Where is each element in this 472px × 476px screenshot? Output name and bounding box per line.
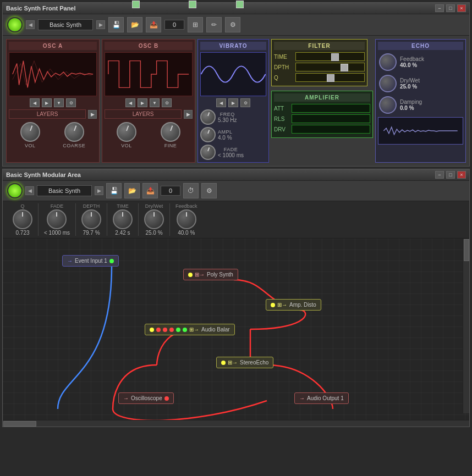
pencil-button[interactable]: ✏ — [206, 17, 222, 32]
modular-clock-button[interactable]: ⏱ — [183, 183, 199, 198]
node-oscilloscope-arrow: → — [123, 395, 129, 401]
vibrato-prev-btn[interactable]: ◀ — [216, 98, 226, 107]
export-button[interactable]: 📤 — [146, 17, 161, 32]
node-audio-balar-green-dot — [176, 328, 180, 332]
modular-canvas[interactable]: → Event Input 1 ⊞→ Poly Synth ⊞→ Amp. Di… — [3, 239, 469, 420]
modular-prev-preset-button[interactable]: ◀ — [25, 186, 34, 195]
node-audio-balar-red-dot — [156, 328, 161, 332]
mod-param-drywet-value: 25.0 % — [145, 230, 162, 236]
vibrato-settings-btn[interactable]: ⚙ — [240, 98, 250, 107]
node-stereoecho[interactable]: ⊞→ StereoEcho — [216, 357, 273, 368]
vibrato-next-btn[interactable]: ▶ — [228, 98, 238, 107]
power-button[interactable] — [7, 17, 23, 32]
osc-b-fine-knob[interactable] — [161, 122, 180, 142]
osc-b-vol-knob-container: VOL — [117, 122, 136, 148]
osc-a-down-btn[interactable]: ▼ — [54, 98, 64, 107]
osc-a-vol-knob[interactable] — [20, 122, 40, 142]
osc-b-down-btn[interactable]: ▼ — [150, 98, 160, 107]
preset-name-display[interactable]: Basic Synth — [38, 19, 93, 30]
filter-dpth-slider[interactable] — [295, 63, 365, 71]
vibrato-fade-knob[interactable] — [200, 145, 216, 160]
node-audio-balar-red2-dot — [163, 328, 167, 332]
filter-time-slider[interactable] — [295, 52, 365, 61]
vibrato-ampl-knob[interactable] — [200, 127, 216, 142]
counter-display[interactable]: 0 — [164, 20, 184, 30]
mod-param-feedback-knob[interactable] — [177, 209, 196, 229]
modular-load-button[interactable]: 📂 — [124, 183, 140, 198]
vibrato-fade-value: < 1000 ms — [218, 152, 244, 158]
load-button[interactable]: 📂 — [127, 17, 142, 32]
modular-save-button[interactable]: 💾 — [106, 183, 122, 198]
amp-drv-slider[interactable] — [292, 125, 370, 134]
mod-param-depth-knob[interactable] — [81, 209, 101, 229]
modular-scrollbar-v[interactable] — [463, 239, 469, 413]
maximize-button[interactable]: □ — [446, 4, 455, 12]
osc-a-wave-svg — [9, 53, 96, 96]
osc-b-play-btn[interactable]: ▶ — [138, 98, 147, 107]
sections-row: OSC A ◀ ▶ ▼ ⚙ LAYERS ▶ VOL — [3, 36, 469, 166]
modular-preset-name[interactable]: Basic Synth — [37, 185, 92, 196]
osc-a-settings-btn[interactable]: ⚙ — [66, 98, 76, 107]
modular-minimize-button[interactable]: − — [435, 171, 444, 179]
osc-b-fine-label: FINE — [164, 143, 177, 148]
modular-counter-display[interactable]: 0 — [161, 186, 180, 196]
echo-feedback-knob[interactable] — [379, 53, 397, 71]
mod-param-drywet-knob[interactable] — [144, 209, 164, 229]
amp-rls-slider[interactable] — [292, 114, 370, 123]
echo-feedback-row: Feedback 40.0 % — [378, 52, 463, 72]
save-button[interactable]: 💾 — [108, 17, 124, 32]
echo-drywet-knob[interactable] — [379, 75, 397, 92]
modular-settings-button[interactable]: ⚙ — [201, 183, 217, 198]
modular-power-button[interactable] — [7, 183, 23, 198]
mod-param-drywet-name: Dry/Wet — [145, 203, 163, 209]
vibrato-section: VIBRATO ◀ ▶ ⚙ FREQ 5.30 Hz — [197, 39, 269, 163]
amp-att-slider[interactable] — [292, 104, 370, 113]
node-event-input-label: Event Input 1 — [75, 258, 107, 264]
osc-a-knob-row: VOL COARSE — [9, 122, 97, 148]
modular-close-button[interactable]: × — [457, 171, 466, 179]
amp-rls-label: RLS — [274, 116, 289, 122]
osc-a-play-btn[interactable]: ▶ — [42, 98, 52, 107]
vibrato-freq-knob[interactable] — [200, 109, 216, 125]
vibrato-controls: ◀ ▶ ⚙ — [200, 98, 266, 107]
prev-preset-button[interactable]: ◀ — [26, 20, 35, 29]
osc-b-title: OSC B — [105, 42, 193, 50]
osc-b-layers-btn[interactable]: ▶ — [184, 110, 193, 119]
mod-param-q-knob[interactable] — [13, 209, 32, 229]
mod-param-fade: FADE < 1000 ms — [39, 203, 76, 236]
osc-a-layers-btn[interactable]: ▶ — [88, 110, 97, 119]
modular-scrollbar-h[interactable] — [3, 420, 469, 427]
modular-export-button[interactable]: 📤 — [142, 183, 158, 198]
osc-b-prev-btn[interactable]: ◀ — [125, 98, 135, 107]
echo-damping-knob[interactable] — [379, 96, 397, 114]
osc-a-coarse-knob[interactable] — [64, 122, 84, 142]
osc-b-settings-btn[interactable]: ⚙ — [162, 98, 172, 107]
mod-param-fade-knob[interactable] — [47, 209, 67, 229]
vibrato-ampl-info: AMPL 4.0 % — [218, 129, 233, 141]
node-amp-disto[interactable]: ⊞→ Amp. Disto — [266, 299, 321, 311]
amp-drv-row: DRV — [274, 125, 370, 134]
mod-param-time-knob[interactable] — [113, 209, 133, 229]
node-event-input[interactable]: → Event Input 1 — [62, 255, 119, 267]
close-button[interactable]: × — [457, 4, 466, 12]
filter-q-slider[interactable] — [295, 73, 365, 82]
settings-button[interactable]: ⚙ — [225, 17, 240, 32]
osc-b-vol-knob[interactable] — [117, 122, 136, 142]
next-preset-button[interactable]: ▶ — [96, 20, 105, 29]
node-oscilloscope[interactable]: → Oscilloscope — [118, 392, 174, 404]
minimize-button[interactable]: − — [435, 4, 444, 12]
scroll-thumb-h[interactable] — [3, 421, 36, 427]
node-amp-disto-dot — [271, 303, 275, 307]
echo-wave-display — [378, 117, 463, 145]
vibrato-ampl-value: 4.0 % — [218, 135, 233, 141]
vibrato-freq-value: 5.30 Hz — [218, 117, 237, 123]
node-poly-synth[interactable]: ⊞→ Poly Synth — [183, 269, 238, 280]
osc-a-prev-btn[interactable]: ◀ — [30, 98, 40, 107]
modular-maximize-button[interactable]: □ — [446, 171, 455, 179]
scroll-thumb-v[interactable] — [464, 239, 469, 261]
grid-button[interactable]: ⊞ — [188, 17, 203, 32]
echo-drywet-info: Dry/Wet 25.0 % — [400, 78, 420, 90]
node-audio-balar[interactable]: ⊞→ Audio Balar — [145, 324, 235, 335]
modular-next-preset-button[interactable]: ▶ — [95, 186, 103, 195]
node-audio-output[interactable]: → Audio Output 1 — [294, 392, 349, 404]
